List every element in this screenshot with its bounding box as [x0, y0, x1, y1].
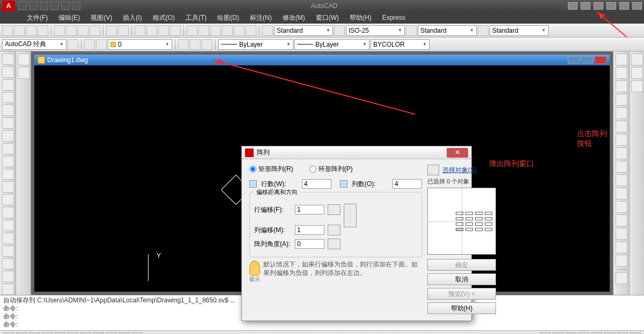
menu-insert[interactable]: 插入(I) — [117, 12, 147, 24]
move-icon[interactable] — [616, 121, 627, 132]
tb-paste-icon[interactable] — [78, 25, 88, 36]
min-icon[interactable] — [606, 2, 616, 10]
sb-annoscale-icon[interactable] — [566, 332, 576, 335]
tb-undo-icon[interactable] — [106, 25, 117, 36]
tb-zoom-prev-icon[interactable] — [170, 25, 181, 36]
menu-view[interactable]: 视图(V) — [85, 12, 117, 24]
preview-button[interactable]: 预览(V) < — [427, 288, 496, 300]
tb-layerlock-icon[interactable] — [202, 39, 212, 50]
tb-copy-icon[interactable] — [66, 25, 77, 36]
dialog-close-button[interactable]: ✕ — [447, 148, 468, 158]
dwg-max-icon[interactable] — [581, 56, 593, 64]
pick-row-offset-button[interactable] — [328, 204, 340, 215]
orbit-icon[interactable] — [631, 80, 643, 92]
ok-button[interactable]: 确定 — [427, 259, 496, 271]
cancel-button[interactable]: 取消 — [427, 273, 496, 285]
sb-3dosnap-icon[interactable] — [68, 332, 78, 335]
tb-zoom-window-icon[interactable] — [158, 25, 169, 36]
qat-undo-icon[interactable] — [61, 2, 70, 10]
tb-markup-icon[interactable] — [234, 25, 245, 36]
sb-dyn-icon[interactable] — [106, 332, 117, 335]
row-offset-input[interactable] — [295, 205, 324, 214]
polar-array-radio[interactable]: 环形阵列(P) — [309, 165, 353, 174]
stretch-icon[interactable] — [616, 161, 627, 173]
menu-window[interactable]: 窗口(W) — [310, 12, 344, 24]
cols-input[interactable] — [393, 179, 422, 189]
block-icon[interactable] — [2, 207, 14, 218]
sb-lock-icon[interactable] — [591, 332, 602, 335]
tb-plot-icon[interactable] — [38, 25, 48, 36]
tb-calc-icon[interactable] — [246, 25, 256, 36]
sb-osnap-icon[interactable] — [55, 332, 65, 335]
menu-express[interactable]: Express — [377, 12, 411, 23]
sb-grid-icon[interactable] — [16, 332, 27, 335]
menu-draw[interactable]: 绘图(D) — [212, 12, 245, 24]
sb-tpy-icon[interactable] — [132, 332, 143, 335]
tb-new-icon[interactable] — [2, 25, 13, 36]
pick-col-offset-button[interactable] — [328, 225, 340, 235]
qat-save-icon[interactable] — [40, 2, 48, 10]
pick-both-offset-button[interactable] — [344, 204, 357, 227]
tb-layeriso-icon[interactable] — [178, 39, 189, 50]
dwg-close-icon[interactable] — [595, 56, 606, 64]
arc-icon[interactable] — [2, 117, 14, 129]
linetype-combo[interactable]: ByLayer — [218, 39, 293, 50]
dim-style-combo[interactable]: ISO-25 — [346, 25, 405, 36]
array-icon[interactable] — [616, 107, 627, 119]
dist-icon[interactable] — [18, 67, 29, 79]
sb-otrack-icon[interactable] — [80, 332, 91, 335]
workspace-combo[interactable]: AutoCAD 经典 — [2, 39, 66, 50]
sb-iso-icon[interactable] — [617, 332, 628, 335]
menu-dimension[interactable]: 标注(N) — [245, 12, 277, 24]
chamfer-icon[interactable] — [616, 228, 627, 240]
tb-dimstyle-icon[interactable] — [334, 25, 345, 36]
sb-layout-icon[interactable] — [553, 332, 564, 335]
lineweight-combo[interactable]: ByLayer — [294, 39, 369, 50]
tb-cut-icon[interactable] — [54, 25, 65, 36]
menu-help[interactable]: 帮助(H) — [344, 12, 377, 24]
tb-save-icon[interactable] — [26, 25, 36, 36]
layer-combo[interactable]: 0 — [108, 39, 172, 50]
offset-icon[interactable] — [616, 94, 627, 106]
restore-icon[interactable] — [619, 2, 629, 10]
tb-match-icon[interactable] — [90, 25, 100, 36]
col-offset-input[interactable] — [295, 225, 324, 235]
tb-layerfreeze-icon[interactable] — [190, 39, 201, 50]
rectangle-icon[interactable] — [2, 105, 14, 116]
tb-designcenter-icon[interactable] — [198, 25, 209, 36]
tb-tablestyle-icon[interactable] — [406, 25, 417, 36]
tb-layermanager-icon[interactable] — [84, 39, 95, 50]
break-icon[interactable] — [616, 201, 627, 213]
spline-icon[interactable] — [2, 156, 14, 167]
qat-redo-icon[interactable] — [72, 2, 80, 10]
pick-angle-button[interactable] — [328, 239, 340, 249]
pan2-icon[interactable] — [631, 54, 643, 65]
ellipsearc-icon[interactable] — [2, 181, 14, 192]
tb-toolpalette-icon[interactable] — [210, 25, 221, 36]
trim-icon[interactable] — [616, 174, 627, 186]
hatch-icon[interactable] — [2, 233, 14, 244]
text-style-combo[interactable]: Standard — [274, 25, 333, 36]
table-style-combo[interactable]: Standard — [418, 25, 477, 36]
signin-icon[interactable] — [581, 2, 590, 10]
menu-modify[interactable]: 修改(M) — [277, 12, 310, 24]
sb-ortho-icon[interactable] — [29, 332, 40, 335]
draworder-icon[interactable] — [616, 272, 627, 284]
tb-zoom-icon[interactable] — [146, 25, 157, 36]
region-icon[interactable] — [2, 258, 14, 270]
dwg-min-icon[interactable] — [568, 56, 580, 64]
ellipse-icon[interactable] — [2, 169, 14, 180]
menu-file[interactable]: 文件(F) — [21, 12, 53, 24]
qat-new-icon[interactable] — [18, 2, 27, 10]
sb-polar-icon[interactable] — [42, 332, 53, 335]
tb-redo-icon[interactable] — [118, 25, 129, 36]
explode-icon[interactable] — [616, 255, 627, 266]
menu-format[interactable]: 格式(O) — [147, 12, 180, 24]
table-icon[interactable] — [2, 271, 14, 282]
measure-icon[interactable] — [18, 54, 29, 65]
erase-icon[interactable] — [616, 54, 627, 65]
search-icon[interactable] — [568, 2, 578, 10]
tb-sheetset-icon[interactable] — [222, 25, 233, 36]
polygon-icon[interactable] — [2, 92, 14, 103]
app-logo[interactable]: A — [2, 1, 15, 11]
